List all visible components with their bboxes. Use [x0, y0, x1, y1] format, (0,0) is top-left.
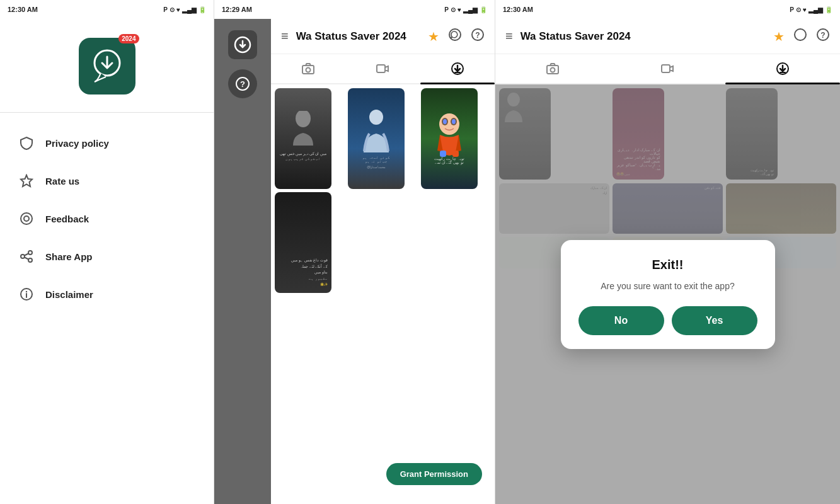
- status-icons-1: P ⊙ ♥ ▂▄▆ 🔋: [163, 6, 206, 13]
- svg-point-32: [452, 119, 456, 124]
- divider-1: [0, 112, 214, 113]
- svg-text:?: ?: [820, 31, 825, 40]
- header-title-2: Wa Status Saver 2024: [296, 30, 420, 43]
- rate-icon: [19, 173, 34, 188]
- menu-item-rate[interactable]: Rate us: [0, 162, 214, 200]
- header-icons-3: ★ ?: [773, 28, 830, 45]
- svg-point-6: [21, 255, 25, 258]
- svg-point-4: [24, 216, 29, 221]
- svg-rect-21: [377, 65, 385, 72]
- phone-3: 12:30 AM P ⊙ ♥ ▂▄▆ 🔋 ≡ Wa Status Saver 2…: [495, 0, 840, 504]
- tab-photo-2[interactable]: [271, 54, 345, 83]
- share-label: Share App: [45, 251, 92, 262]
- app-header-2: ≡ Wa Status Saver 2024 ★ ?: [271, 19, 495, 54]
- card3-text: توبہ چاہت رکھیتتو بھی گئے ان سے: [434, 157, 464, 164]
- status-icons-2: P ⊙ ♥ ▂▄▆ 🔋: [444, 6, 487, 13]
- card2-author: @محمد/ستارا: [367, 165, 385, 169]
- svg-point-7: [28, 258, 32, 262]
- svg-rect-33: [440, 151, 446, 157]
- menu-item-feedback[interactable]: Feedback: [0, 200, 214, 238]
- svg-text:?: ?: [475, 31, 480, 40]
- exit-buttons: No Yes: [578, 306, 757, 335]
- tab-bar-3: [495, 54, 840, 84]
- tab-photo-3[interactable]: [495, 54, 610, 83]
- svg-point-31: [443, 119, 447, 124]
- exit-overlay: Exit!! Are you sure want to exit the app…: [495, 84, 840, 504]
- status-bar-1: 12:30 AM P ⊙ ♥ ▂▄▆ 🔋: [0, 0, 214, 19]
- header-title-3: Wa Status Saver 2024: [521, 30, 766, 43]
- help-icon-3[interactable]: ?: [816, 28, 830, 45]
- status-icons-3: P ⊙ ♥ ▂▄▆ 🔋: [790, 6, 832, 13]
- app-icon-svg: [88, 49, 126, 84]
- svg-point-12: [26, 291, 27, 292]
- download-icon-3: [776, 62, 790, 76]
- sidebar-whatsapp-icon: [228, 30, 257, 59]
- media-card-3[interactable]: توبہ چاہت رکھیتتو بھی گئے ان سے: [421, 88, 478, 189]
- tab-bar-2: [271, 54, 495, 84]
- help-icon-2[interactable]: ?: [471, 28, 485, 45]
- media-card-4[interactable]: قوت داغ نفس ہو میں کے اُنکے لئے جملہ بنا…: [275, 192, 331, 293]
- app-icon-area: 2024: [0, 19, 214, 107]
- svg-rect-34: [452, 151, 459, 157]
- camera-icon: [301, 62, 315, 76]
- tab-download-3[interactable]: [725, 54, 840, 83]
- video-icon: [376, 62, 389, 76]
- tab-download-2[interactable]: [420, 54, 495, 83]
- star-icon-3[interactable]: ★: [773, 29, 785, 44]
- phone-2: 12:29 AM P ⊙ ♥ ▂▄▆ 🔋 ? ≡ Wa Status Saver…: [214, 0, 495, 504]
- time-3: 12:30 AM: [503, 6, 533, 13]
- disclaimer-icon: [19, 287, 34, 302]
- person-silhouette: [291, 111, 316, 149]
- menu-icon-3[interactable]: ≡: [505, 29, 513, 43]
- menu-item-privacy[interactable]: Privacy policy: [0, 124, 214, 162]
- exit-title: Exit!!: [578, 258, 757, 272]
- svg-text:?: ?: [240, 79, 245, 89]
- svg-rect-40: [662, 65, 670, 72]
- video-icon-3: [660, 62, 674, 76]
- app-badge: 2024: [118, 34, 139, 43]
- svg-point-5: [28, 251, 32, 255]
- menu-item-share[interactable]: Share App: [0, 238, 214, 275]
- menu-icon-2[interactable]: ≡: [281, 29, 289, 43]
- star-icon-2[interactable]: ★: [428, 29, 439, 44]
- media-grid: میں ان کی نہر میں خس تھیاب شوکی قریب ہوں: [275, 88, 491, 293]
- card1-text: میں ان کی نہر میں خس تھیاب شوکی قریب ہوں: [277, 149, 328, 164]
- grant-permission-button[interactable]: Grant Permission: [386, 463, 482, 485]
- share-icon: [19, 249, 34, 264]
- tab-video-3[interactable]: [610, 54, 725, 83]
- svg-marker-2: [21, 175, 32, 186]
- header-icons-2: ★ ?: [428, 28, 485, 45]
- camera-icon-3: [546, 62, 560, 76]
- phone3-content: ان کے مبارک ادارہ دیہاری خیالاتکو تاروں …: [495, 84, 840, 504]
- svg-marker-22: [385, 66, 388, 71]
- svg-point-39: [551, 68, 555, 72]
- time-1: 12:30 AM: [8, 6, 38, 13]
- download-icon: [451, 62, 464, 76]
- content-area-2: میں ان کی نہر میں خس تھیاب شوکی قریب ہوں: [271, 84, 495, 504]
- card4-text: قوت داغ نفس ہو میں کے اُنکے لئے جملہ بنا…: [291, 258, 328, 288]
- card2-text: کوئی لمحہ ہوجب تو نہ ہو: [362, 156, 389, 163]
- sidebar-partial: ?: [214, 19, 271, 504]
- app-header-3: ≡ Wa Status Saver 2024 ★ ?: [495, 19, 840, 54]
- exit-yes-button[interactable]: Yes: [672, 306, 757, 335]
- phone2-main: ≡ Wa Status Saver 2024 ★ ?: [271, 19, 495, 504]
- svg-marker-41: [670, 66, 673, 71]
- status-bar-3: 12:30 AM P ⊙ ♥ ▂▄▆ 🔋: [495, 0, 840, 19]
- whatsapp-icon-2[interactable]: [448, 28, 462, 45]
- menu-item-disclaimer[interactable]: Disclaimer: [0, 275, 214, 313]
- girl-figure: [360, 108, 392, 156]
- phone-1: 12:30 AM P ⊙ ♥ ▂▄▆ 🔋 2024 Privacy: [0, 0, 214, 504]
- media-card-1[interactable]: میں ان کی نہر میں خس تھیاب شوکی قریب ہوں: [275, 88, 331, 189]
- cartoon-kid: [434, 113, 465, 157]
- exit-no-button[interactable]: No: [578, 306, 664, 335]
- svg-point-26: [296, 111, 311, 127]
- disclaimer-label: Disclaimer: [45, 289, 93, 300]
- media-card-2[interactable]: کوئی لمحہ ہوجب تو نہ ہو @محمد/ستارا: [348, 88, 405, 189]
- svg-point-27: [369, 110, 383, 125]
- rate-label: Rate us: [45, 176, 79, 186]
- menu-list: Privacy policy Rate us Feedback Share Ap…: [0, 118, 214, 319]
- feedback-icon: [19, 211, 34, 226]
- whatsapp-icon-3[interactable]: [793, 28, 807, 45]
- exit-message: Are you sure want to exit the app?: [578, 281, 757, 291]
- tab-video-2[interactable]: [345, 54, 420, 83]
